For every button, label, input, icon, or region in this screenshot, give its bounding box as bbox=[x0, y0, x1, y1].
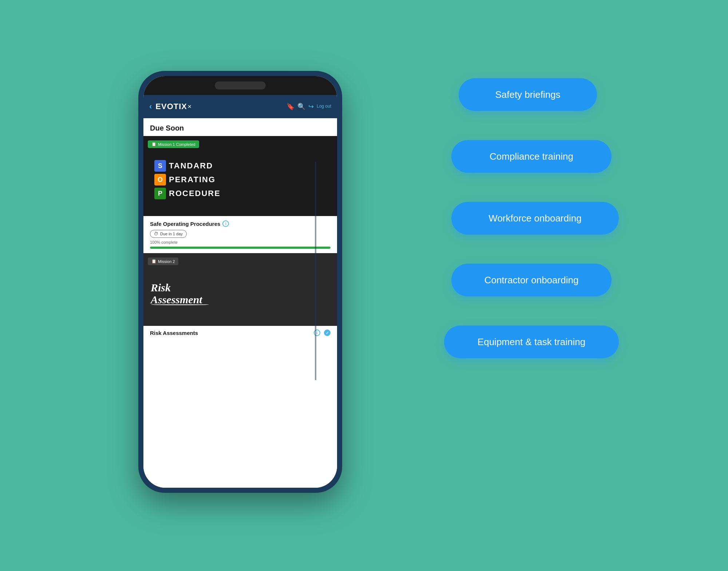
header-icons: 🔖 🔍 ↪ Log out bbox=[286, 103, 331, 111]
progress-bar bbox=[150, 247, 331, 249]
phone-frame: ‹ EVOTIX ✕ 🔖 🔍 ↪ Log out Due Soon bbox=[138, 71, 342, 493]
badge-icon: 📋 bbox=[151, 142, 157, 147]
mission1-card-image[interactable]: 📋 Mission 1 Completed S TANDARD O PERATi… bbox=[143, 136, 337, 216]
bubble-equipment-task-training-label: Equipment & task training bbox=[467, 336, 596, 348]
phone-notch bbox=[143, 76, 337, 95]
mission1-bg: S TANDARD O PERATiNG P ROCEDURE bbox=[143, 136, 337, 216]
risk-text-line2: Assessment bbox=[151, 294, 209, 306]
back-button[interactable]: ‹ bbox=[149, 102, 152, 111]
mission2-badge-icon: 📋 bbox=[151, 259, 157, 264]
due-soon-section: Due Soon bbox=[143, 118, 337, 136]
bubble-safety-briefings[interactable]: Safety briefings bbox=[459, 78, 597, 111]
sop-letter-p: P bbox=[154, 188, 166, 199]
due-soon-title: Due Soon bbox=[150, 124, 331, 132]
bubble-contractor-onboarding[interactable]: Contractor onboarding bbox=[451, 264, 612, 296]
logo-cross-icon: ✕ bbox=[187, 104, 192, 109]
mission1-card-info: Safe Operating Procedures i ⏱ Due in 1 d… bbox=[143, 216, 337, 253]
bubble-workforce-onboarding[interactable]: Workforce onboarding bbox=[451, 202, 619, 235]
mission2-badge: 📋 Mission 2 bbox=[148, 257, 178, 265]
evotix-logo: EVOTIX ✕ bbox=[155, 102, 192, 111]
bubble-compliance-training[interactable]: Compliance training bbox=[451, 140, 612, 173]
bubble-compliance-training-label: Compliance training bbox=[479, 151, 584, 162]
clock-icon: ⏱ bbox=[154, 231, 158, 236]
mission2-card-image[interactable]: 📋 Mission 2 Risk Assessment bbox=[143, 253, 337, 326]
logout-icon[interactable]: ↪ bbox=[308, 103, 314, 111]
sop-word-standard: TANDARD bbox=[169, 161, 213, 171]
bubble-contractor-onboarding-label: Contractor onboarding bbox=[474, 275, 590, 286]
progress-fill bbox=[150, 247, 331, 249]
sop-letter-o: O bbox=[154, 174, 166, 185]
sop-letter-s: S bbox=[154, 160, 166, 172]
due-badge: ⏱ Due in 1 day bbox=[150, 230, 187, 238]
bubble-safety-briefings-label: Safety briefings bbox=[484, 89, 571, 100]
sop-word-operating: PERATiNG bbox=[169, 175, 215, 184]
risk-text-line1: Risk bbox=[151, 281, 209, 294]
bubble-workforce-onboarding-label: Workforce onboarding bbox=[478, 213, 592, 224]
connector-line bbox=[315, 162, 316, 380]
due-label: Due in 1 day bbox=[160, 232, 183, 236]
mission1-info-icon[interactable]: i bbox=[222, 220, 229, 227]
notch-pill bbox=[215, 81, 266, 89]
app-header: ‹ EVOTIX ✕ 🔖 🔍 ↪ Log out bbox=[143, 95, 337, 118]
sop-line-o: O PERATiNG bbox=[154, 174, 215, 185]
sop-line-p: P ROCEDURE bbox=[154, 188, 221, 199]
sop-line-s: S TANDARD bbox=[154, 160, 213, 172]
logo-text: EVOTIX bbox=[155, 102, 187, 111]
mission2-title: Risk Assessments bbox=[150, 330, 198, 336]
mission2-card-info: Risk Assessments i ✓ bbox=[143, 326, 337, 340]
app-content: Due Soon 📋 Mission 1 Completed S TANDARD bbox=[143, 118, 337, 488]
mission1-title-row: Safe Operating Procedures i bbox=[150, 220, 331, 227]
complete-text: 100% complete bbox=[150, 240, 331, 244]
mission1-badge: 📋 Mission 1 Completed bbox=[148, 140, 199, 148]
mission2-check-icon[interactable]: ✓ bbox=[324, 330, 331, 336]
sop-word-procedure: ROCEDURE bbox=[169, 189, 221, 198]
search-icon[interactable]: 🔍 bbox=[297, 103, 305, 111]
phone-screen: ‹ EVOTIX ✕ 🔖 🔍 ↪ Log out Due Soon bbox=[143, 76, 337, 488]
bubble-equipment-task-training[interactable]: Equipment & task training bbox=[444, 326, 619, 358]
mission1-title: Safe Operating Procedures bbox=[150, 221, 220, 227]
bookmark-icon[interactable]: 🔖 bbox=[286, 103, 294, 111]
main-scene: ‹ EVOTIX ✕ 🔖 🔍 ↪ Log out Due Soon bbox=[109, 49, 619, 522]
logout-label[interactable]: Log out bbox=[317, 104, 331, 109]
